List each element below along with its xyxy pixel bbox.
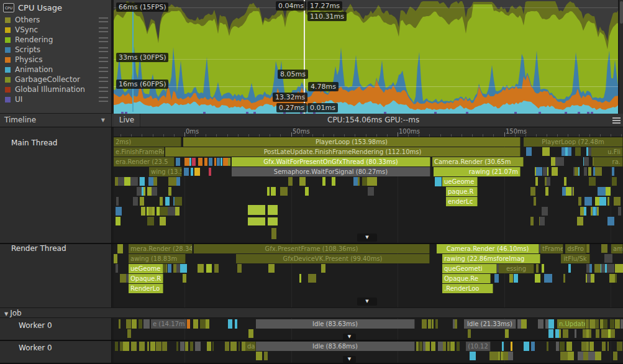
legend-item-animation[interactable]: Animation [0,65,111,75]
timeline-sample[interactable] [308,274,316,283]
timeline-sample[interactable] [450,342,455,351]
timeline-sample[interactable] [271,187,276,196]
drag-handle-icon[interactable] [99,47,108,52]
timeline-sample[interactable] [586,329,589,338]
timeline-sample[interactable] [575,167,578,176]
timeline-sample[interactable] [228,158,230,166]
timeline-sample[interactable] [609,274,615,283]
timeline-span[interactable]: dsFro [565,244,586,253]
timeline-sample[interactable] [185,342,188,351]
timeline-sample[interactable] [540,217,544,225]
timeline-sample[interactable] [139,342,145,351]
timeline-sample[interactable] [564,177,566,186]
timeline-span[interactable]: dal [245,342,256,351]
timeline-sample[interactable] [563,329,568,338]
timeline-sample[interactable] [588,352,595,360]
timeline-sample[interactable] [575,329,577,338]
timeline-sample[interactable] [422,319,427,329]
timeline-sample[interactable] [560,352,568,360]
timeline-sample[interactable] [180,342,184,351]
timeline-sample[interactable] [160,197,163,206]
timeline-sample[interactable] [153,177,157,186]
timeline-sample[interactable] [175,207,179,216]
timeline-span[interactable]: Idle (83.68ms) [256,342,415,351]
drag-handle-icon[interactable] [99,87,108,92]
timeline-span[interactable]: (10.12 [466,342,491,351]
drag-handle-icon[interactable] [99,57,108,62]
legend-item-vsync[interactable]: VSync [0,25,111,35]
timeline-sample[interactable] [280,187,288,196]
timeline-span[interactable]: rawing (22.86msforeImag [442,254,540,263]
legend-item-garbagecollector[interactable]: GarbageCollector [0,75,111,84]
timeline-sample[interactable] [438,342,443,351]
timeline-sample[interactable] [114,254,117,263]
timeline-span[interactable]: e.FinishFrameRende [114,147,165,157]
timeline-sample[interactable] [494,274,499,283]
drag-handle-icon[interactable] [99,77,108,82]
drag-handle-icon[interactable] [99,97,108,102]
timeline-span[interactable]: enderLc [446,197,478,206]
timeline-sample[interactable] [542,207,548,216]
timeline-sample[interactable] [162,342,166,351]
timeline-sample[interactable] [248,329,253,338]
timeline-sample[interactable] [168,264,171,273]
timeline-sample[interactable] [180,264,188,273]
timeline-sample[interactable] [116,217,121,225]
timeline-sample[interactable] [612,177,616,186]
timeline-sample[interactable] [536,167,542,176]
timeline-sample[interactable] [204,158,207,166]
timeline-sample[interactable] [116,207,121,216]
timeline-sample[interactable] [168,187,171,196]
timeline-span[interactable]: Gfx.WaitForPresentOnGfxThread (80.33ms) [232,157,430,166]
timeline-span[interactable]: RenderLo [129,284,163,293]
timeline-span[interactable]: Gfx.PresentFrame (108.36ms) [194,244,430,253]
timeline-sample[interactable] [584,157,589,166]
timeline-sample[interactable] [530,187,535,196]
timeline-sample[interactable] [457,342,460,351]
timeline-span[interactable]: ra. [594,157,623,166]
timeline-sample[interactable] [593,207,596,216]
timeline-sample[interactable] [560,342,565,351]
timeline-sample[interactable] [268,205,278,215]
timeline-sample[interactable] [419,342,422,351]
timeline-sample[interactable] [511,342,512,351]
timeline-sample[interactable] [589,264,592,273]
timeline-sample[interactable] [200,319,206,329]
timeline-sample[interactable] [147,342,149,351]
timeline-span[interactable]: wing (13.5 [149,167,182,176]
timeline-sample[interactable] [595,319,599,329]
timeline-sample[interactable] [468,329,471,338]
timeline-sample[interactable] [617,197,621,206]
timeline-sample[interactable] [586,147,588,156]
timeline-sample[interactable] [604,254,612,263]
timeline-sample[interactable] [531,342,535,351]
expand-arrow-button[interactable]: ▼ [357,298,377,306]
drag-handle-icon[interactable] [99,17,108,22]
timeline-sample[interactable] [130,177,137,186]
timeline-sample[interactable] [601,244,607,253]
drag-handle-icon[interactable] [99,27,108,32]
timeline-sample[interactable] [594,264,600,273]
timeline-span[interactable]: era.Render (23.5 [114,157,175,166]
timeline-sample[interactable] [567,147,571,156]
timeline-span[interactable]: PlayerLoop (153.98ms) [183,137,521,147]
timeline-sample[interactable] [584,167,587,176]
timeline-sample[interactable] [589,342,594,351]
timeline-sample[interactable] [184,158,189,166]
timeline-sample[interactable] [578,352,584,360]
timeline-sample[interactable] [545,187,548,196]
timeline-sample[interactable] [321,264,325,273]
timeline-sample[interactable] [358,177,360,186]
timeline-sample[interactable] [610,319,614,329]
timeline-sample[interactable] [505,329,509,338]
timeline-sample[interactable] [137,187,142,196]
timeline-sample[interactable] [618,207,621,216]
timeline-sample[interactable] [115,342,118,351]
timeline-sample[interactable] [148,207,152,216]
timeline-span[interactable]: PostLateUpdate.FinishFrameRendering (112… [165,147,521,157]
timeline-sample[interactable] [535,274,540,283]
timeline-sample[interactable] [586,319,589,329]
timeline-sample[interactable] [140,177,145,186]
view-mode-dropdown[interactable]: Timeline ▼ [0,114,112,127]
timeline-sample[interactable] [589,319,595,329]
